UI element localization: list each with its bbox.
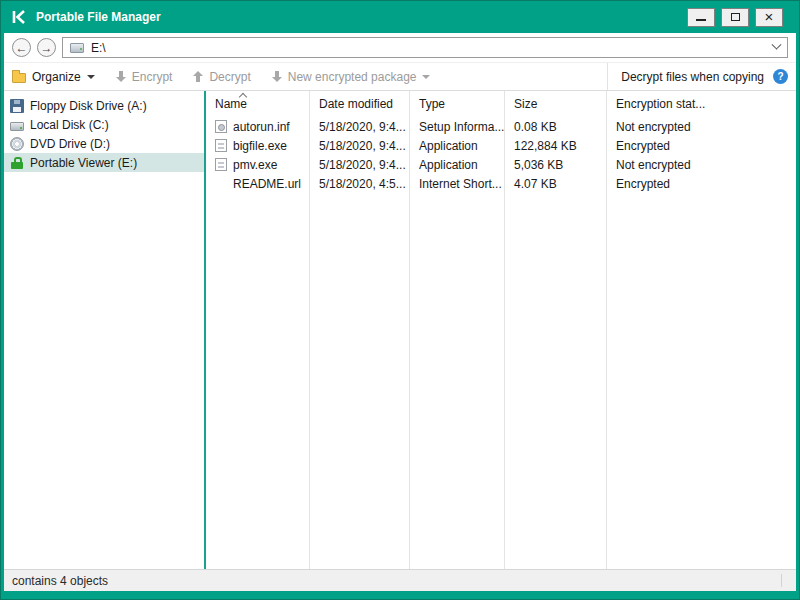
file-row-name[interactable]: bigfile.exe xyxy=(206,136,310,155)
file-row-type[interactable]: Application xyxy=(410,136,505,155)
drive-label: Floppy Disk Drive (A:) xyxy=(30,99,147,113)
file-row-type[interactable]: Internet Short... xyxy=(410,174,505,193)
file-row-type[interactable]: Application xyxy=(410,155,505,174)
file-row-date[interactable]: 5/18/2020, 4:5... xyxy=(310,174,410,193)
address-dropdown-chevron-icon[interactable] xyxy=(772,40,782,50)
organize-label: Organize xyxy=(32,70,81,84)
file-row-date[interactable]: 5/18/2020, 9:4... xyxy=(310,155,410,174)
column-line xyxy=(410,193,505,569)
file-row-name[interactable]: autorun.inf xyxy=(206,117,310,136)
file-row-date[interactable]: 5/18/2020, 9:4... xyxy=(310,136,410,155)
drive-list: Floppy Disk Drive (A:) Local Disk (C:) D… xyxy=(4,91,204,569)
window-content: E:\ Organize Encrypt Decrypt New encrypt… xyxy=(4,33,796,591)
encrypt-label: Encrypt xyxy=(132,70,173,84)
file-row-encryption[interactable]: Encrypted xyxy=(607,174,796,193)
drive-label: Portable Viewer (E:) xyxy=(30,156,137,170)
column-line xyxy=(505,193,607,569)
titlebar: Portable File Manager xyxy=(1,1,799,33)
address-bar[interactable]: E:\ xyxy=(62,37,788,58)
help-icon[interactable] xyxy=(773,69,788,84)
application-file-icon xyxy=(215,158,227,171)
decrypt-arrow-icon xyxy=(192,70,203,83)
sidebar-item-portable-viewer-e[interactable]: Portable Viewer (E:) xyxy=(4,153,204,172)
file-row-encryption[interactable]: Not encrypted xyxy=(607,117,796,136)
column-header-encryption-status[interactable]: Encryption stat... xyxy=(607,91,796,117)
navigation-bar: E:\ xyxy=(4,33,796,63)
encrypt-button[interactable]: Encrypt xyxy=(115,70,173,84)
status-text: contains 4 objects xyxy=(12,574,108,588)
file-row-date[interactable]: 5/18/2020, 9:4... xyxy=(310,117,410,136)
drive-label: DVD Drive (D:) xyxy=(30,137,110,151)
sidebar-item-dvd-d[interactable]: DVD Drive (D:) xyxy=(4,134,204,153)
chevron-down-icon xyxy=(422,75,430,79)
file-row-type[interactable]: Setup Informa... xyxy=(410,117,505,136)
main-area: Floppy Disk Drive (A:) Local Disk (C:) D… xyxy=(4,91,796,569)
column-header-date-modified[interactable]: Date modified xyxy=(310,91,410,117)
back-button[interactable] xyxy=(12,38,31,57)
dvd-icon xyxy=(10,137,24,151)
close-button[interactable] xyxy=(755,8,783,27)
hard-disk-icon xyxy=(10,122,24,131)
file-row-name[interactable]: README.url xyxy=(206,174,310,193)
decrypt-label: Decrypt xyxy=(209,70,250,84)
floppy-icon xyxy=(10,99,24,113)
toolbar-separator xyxy=(607,63,608,90)
empty-area xyxy=(607,193,796,569)
folder-icon xyxy=(12,73,26,83)
window-controls xyxy=(687,8,783,27)
file-row-encryption[interactable]: Encrypted xyxy=(607,136,796,155)
column-header-size[interactable]: Size xyxy=(505,91,607,117)
window-title: Portable File Manager xyxy=(36,10,161,24)
status-bar: contains 4 objects xyxy=(4,569,796,591)
file-row-name[interactable]: pmv.exe xyxy=(206,155,310,174)
decrypt-button[interactable]: Decrypt xyxy=(192,70,250,84)
column-header-name[interactable]: Name xyxy=(206,91,310,117)
application-file-icon xyxy=(215,139,227,152)
new-encrypted-package-button[interactable]: New encrypted package xyxy=(271,70,431,84)
toolbar-right: Decrypt files when copying xyxy=(607,63,788,90)
maximize-icon xyxy=(731,13,740,21)
encrypt-arrow-icon xyxy=(115,70,126,83)
minimize-icon xyxy=(696,19,706,21)
drive-icon xyxy=(70,43,84,53)
package-arrow-icon xyxy=(271,70,282,83)
file-row-encryption[interactable]: Not encrypted xyxy=(607,155,796,174)
close-icon xyxy=(765,9,774,25)
new-encrypted-package-label: New encrypted package xyxy=(288,70,417,84)
organize-button[interactable]: Organize xyxy=(12,70,95,84)
column-line xyxy=(310,193,410,569)
lock-icon xyxy=(10,156,24,170)
decrypt-when-copying-label: Decrypt files when copying xyxy=(621,70,764,84)
forward-button[interactable] xyxy=(37,38,56,57)
drive-label: Local Disk (C:) xyxy=(30,118,109,132)
sidebar-item-local-disk-c[interactable]: Local Disk (C:) xyxy=(4,115,204,134)
file-row-size[interactable]: 4.07 KB xyxy=(505,174,607,193)
file-row-size[interactable]: 5,036 KB xyxy=(505,155,607,174)
sidebar-item-floppy-a[interactable]: Floppy Disk Drive (A:) xyxy=(4,96,204,115)
setup-information-file-icon xyxy=(215,120,227,133)
portable-file-manager-window: Portable File Manager E:\ xyxy=(0,0,800,600)
no-icon xyxy=(215,177,227,190)
column-header-type[interactable]: Type xyxy=(410,91,505,117)
maximize-button[interactable] xyxy=(721,8,749,27)
kaspersky-logo-icon xyxy=(11,9,27,25)
file-row-size[interactable]: 122,884 KB xyxy=(505,136,607,155)
file-row-size[interactable]: 0.08 KB xyxy=(505,117,607,136)
file-list-panel: Name Date modified Type Size Encryption … xyxy=(206,91,796,569)
toolbar: Organize Encrypt Decrypt New encrypted p… xyxy=(4,63,796,91)
address-text: E:\ xyxy=(91,41,106,55)
chevron-down-icon xyxy=(87,75,95,79)
column-line xyxy=(206,193,310,569)
minimize-button[interactable] xyxy=(687,8,715,27)
file-table: Name Date modified Type Size Encryption … xyxy=(206,91,796,569)
